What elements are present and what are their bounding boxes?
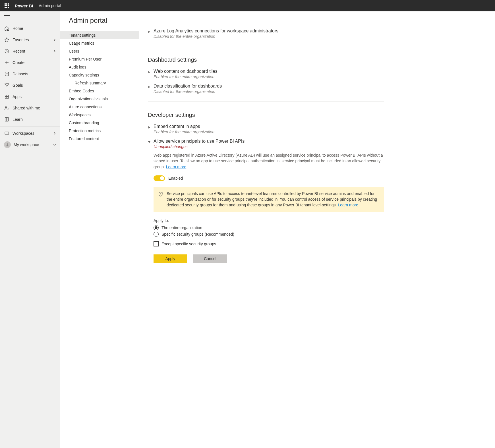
apply-button[interactable]: Apply [154,254,187,263]
svg-point-6 [5,107,7,108]
svg-rect-3 [7,95,9,96]
checkbox-icon [154,241,159,246]
page-title: Admin portal [60,16,139,31]
book-icon [4,117,10,122]
app-launcher-icon[interactable] [1,0,13,11]
chevron-right-icon [53,131,56,136]
app-name: Power BI [15,3,33,8]
admin-item-azure-connections[interactable]: Azure connections [60,103,139,111]
nav-home[interactable]: Home [0,23,60,34]
svg-point-8 [7,143,8,145]
people-icon [4,105,10,111]
setting-description: Web apps registered in Azure Active Dire… [154,152,384,170]
unapplied-changes-label: Unapplied changes [154,144,384,149]
checkbox-except-groups[interactable]: Except specific security groups [154,241,384,246]
admin-item-refresh-summary[interactable]: Refresh summary [60,79,139,87]
avatar-icon [4,141,11,148]
clock-icon [4,48,10,54]
group-developer-settings: Developer settings [148,112,384,118]
warning-box: Service principals can use APIs to acces… [154,187,384,212]
nav-my-workspace[interactable]: My workspace [0,139,60,150]
workspaces-icon [4,130,10,136]
svg-rect-7 [5,132,9,134]
chevron-right-icon [53,38,56,42]
admin-item-workspaces[interactable]: Workspaces [60,111,139,119]
admin-item-org-visuals[interactable]: Organizational visuals [60,95,139,103]
setting-data-classification[interactable]: Data classification for dashboards Disab… [148,81,384,96]
nav-goals[interactable]: Goals [0,80,60,91]
admin-item-audit-logs[interactable]: Audit logs [60,63,139,71]
hamburger-icon[interactable] [4,15,10,19]
apply-to-label: Apply to: [154,218,384,223]
toggle-label: Enabled [168,176,183,181]
admin-item-protection-metrics[interactable]: Protection metrics [60,127,139,135]
setting-service-principals[interactable]: Allow service principals to use Power BI… [148,136,384,265]
setting-azure-log-analytics[interactable]: Azure Log Analytics connections for work… [148,26,384,41]
apps-icon [4,94,10,99]
svg-point-1 [5,72,9,73]
database-icon [4,71,10,77]
setting-web-content-tiles[interactable]: Web content on dashboard tiles Enabled f… [148,67,384,81]
radio-security-groups[interactable]: Specific security groups (Recommended) [154,232,384,237]
admin-item-custom-branding[interactable]: Custom branding [60,119,139,127]
chevron-right-icon [53,49,56,53]
radio-icon [154,225,159,230]
nav-workspaces[interactable]: Workspaces [0,128,60,139]
chevron-down-icon [53,142,56,147]
expand-icon [148,84,154,89]
nav-recent[interactable]: Recent [0,45,60,57]
svg-rect-2 [5,95,7,96]
admin-item-users[interactable]: Users [60,47,139,55]
star-icon [4,37,10,43]
learn-more-link[interactable]: Learn more [338,203,358,207]
left-nav: Home Favorites Recent Create Datasets Go… [0,11,60,448]
content-panel: Azure Log Analytics connections for work… [139,11,395,448]
home-icon [4,26,10,31]
cancel-button[interactable]: Cancel [193,254,227,263]
trophy-icon [4,82,10,88]
admin-item-usage-metrics[interactable]: Usage metrics [60,39,139,47]
nav-shared[interactable]: Shared with me [0,102,60,114]
expand-icon [148,69,154,74]
admin-item-embed-codes[interactable]: Embed Codes [60,87,139,95]
expand-icon [148,28,154,34]
enabled-toggle[interactable] [154,175,165,181]
admin-item-featured-content[interactable]: Featured content [60,135,139,143]
admin-item-tenant-settings[interactable]: Tenant settings [60,31,139,39]
nav-learn[interactable]: Learn [0,114,60,125]
svg-rect-5 [7,97,9,98]
top-header: Power BI Admin portal [0,0,495,11]
setting-embed-content[interactable]: Embed content in apps Enabled for the en… [148,122,384,136]
shield-icon [158,191,164,208]
nav-favorites[interactable]: Favorites [0,34,60,45]
nav-create[interactable]: Create [0,57,60,68]
breadcrumb: Admin portal [39,3,61,8]
svg-rect-4 [5,97,7,98]
nav-datasets[interactable]: Datasets [0,68,60,80]
learn-more-link[interactable]: Learn more [166,165,187,169]
admin-item-premium-per-user[interactable]: Premium Per User [60,55,139,63]
group-dashboard-settings: Dashboard settings [148,57,384,63]
admin-sidebar: Admin portal Tenant settings Usage metri… [60,11,139,448]
expand-icon [148,124,154,130]
nav-apps[interactable]: Apps [0,91,60,102]
radio-icon [154,232,159,237]
plus-icon [4,60,10,65]
collapse-icon [148,139,154,144]
radio-entire-org[interactable]: The entire organization [154,225,384,230]
admin-item-capacity-settings[interactable]: Capacity settings [60,71,139,79]
